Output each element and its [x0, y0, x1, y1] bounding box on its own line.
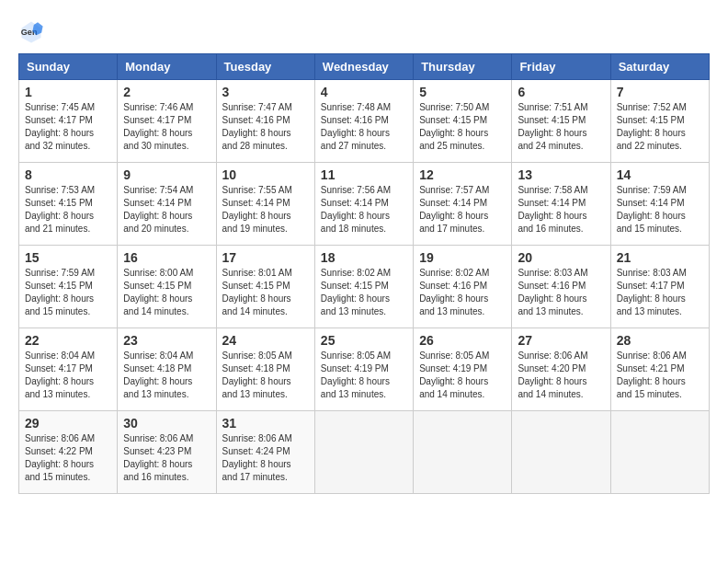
logo: Gen: [18, 18, 50, 44]
calendar-table: SundayMondayTuesdayWednesdayThursdayFrid…: [18, 53, 710, 494]
calendar-cell: 21 Sunrise: 8:03 AM Sunset: 4:17 PM Dayl…: [610, 246, 709, 328]
daylight-label: Daylight: 8 hours and 13 minutes.: [321, 293, 390, 316]
calendar-cell: [314, 411, 413, 494]
day-info: Sunrise: 7:50 AM Sunset: 4:15 PM Dayligh…: [419, 101, 506, 153]
sunset-label: Sunset: 4:21 PM: [617, 363, 685, 373]
day-number: 28: [617, 333, 703, 348]
day-number: 1: [25, 85, 111, 99]
day-number: 23: [123, 333, 210, 348]
calendar-cell: 13 Sunrise: 7:58 AM Sunset: 4:14 PM Dayl…: [512, 163, 610, 246]
daylight-label: Daylight: 8 hours and 13 minutes.: [123, 376, 192, 399]
daylight-label: Daylight: 8 hours and 13 minutes.: [222, 376, 291, 399]
col-header-saturday: Saturday: [610, 54, 709, 80]
sunset-label: Sunset: 4:17 PM: [617, 281, 685, 291]
day-info: Sunrise: 8:06 AM Sunset: 4:24 PM Dayligh…: [222, 432, 309, 484]
daylight-label: Daylight: 8 hours and 15 minutes.: [617, 211, 686, 234]
sunset-label: Sunset: 4:14 PM: [123, 198, 191, 208]
daylight-label: Daylight: 8 hours and 13 minutes.: [25, 376, 94, 399]
day-info: Sunrise: 7:53 AM Sunset: 4:15 PM Dayligh…: [25, 184, 111, 236]
calendar-cell: 1 Sunrise: 7:45 AM Sunset: 4:17 PM Dayli…: [19, 80, 118, 163]
sunset-label: Sunset: 4:22 PM: [25, 446, 93, 456]
day-info: Sunrise: 7:59 AM Sunset: 4:14 PM Dayligh…: [617, 184, 703, 236]
sunrise-label: Sunrise: 7:51 AM: [518, 102, 587, 112]
sunrise-label: Sunrise: 8:02 AM: [419, 268, 489, 278]
sunrise-label: Sunrise: 8:06 AM: [617, 350, 687, 361]
day-number: 14: [617, 167, 703, 182]
calendar-cell: 17 Sunrise: 8:01 AM Sunset: 4:15 PM Dayl…: [216, 246, 314, 328]
day-number: 20: [518, 250, 604, 265]
sunrise-label: Sunrise: 7:56 AM: [321, 185, 391, 195]
day-number: 15: [25, 250, 111, 265]
day-number: 25: [321, 333, 407, 348]
sunrise-label: Sunrise: 8:05 AM: [419, 350, 489, 361]
sunrise-label: Sunrise: 8:02 AM: [321, 268, 391, 278]
daylight-label: Daylight: 8 hours and 30 minutes.: [123, 128, 192, 151]
calendar-header-row: SundayMondayTuesdayWednesdayThursdayFrid…: [19, 54, 710, 80]
calendar-cell: 26 Sunrise: 8:05 AM Sunset: 4:19 PM Dayl…: [414, 328, 512, 411]
day-info: Sunrise: 7:57 AM Sunset: 4:14 PM Dayligh…: [419, 184, 506, 236]
daylight-label: Daylight: 8 hours and 21 minutes.: [25, 211, 94, 234]
daylight-label: Daylight: 8 hours and 24 minutes.: [518, 128, 586, 151]
daylight-label: Daylight: 8 hours and 13 minutes.: [321, 376, 390, 399]
day-info: Sunrise: 7:58 AM Sunset: 4:14 PM Dayligh…: [518, 184, 604, 236]
calendar-cell: 15 Sunrise: 7:59 AM Sunset: 4:15 PM Dayl…: [19, 246, 118, 328]
sunrise-label: Sunrise: 8:06 AM: [25, 433, 95, 443]
page-header: Gen: [18, 18, 710, 44]
daylight-label: Daylight: 8 hours and 28 minutes.: [222, 128, 291, 151]
day-number: 8: [25, 167, 111, 182]
day-info: Sunrise: 8:04 AM Sunset: 4:18 PM Dayligh…: [123, 350, 210, 401]
calendar-cell: 22 Sunrise: 8:04 AM Sunset: 4:17 PM Dayl…: [19, 328, 118, 411]
sunset-label: Sunset: 4:16 PM: [518, 281, 586, 291]
daylight-label: Daylight: 8 hours and 14 minutes.: [518, 376, 586, 399]
day-info: Sunrise: 8:06 AM Sunset: 4:20 PM Dayligh…: [518, 350, 604, 401]
day-info: Sunrise: 8:05 AM Sunset: 4:19 PM Dayligh…: [419, 350, 506, 401]
day-info: Sunrise: 7:56 AM Sunset: 4:14 PM Dayligh…: [321, 184, 407, 236]
daylight-label: Daylight: 8 hours and 13 minutes.: [419, 293, 488, 316]
daylight-label: Daylight: 8 hours and 17 minutes.: [419, 211, 488, 234]
col-header-thursday: Thursday: [414, 54, 512, 80]
sunrise-label: Sunrise: 7:45 AM: [25, 102, 95, 112]
sunrise-label: Sunrise: 7:57 AM: [419, 185, 489, 195]
day-info: Sunrise: 8:00 AM Sunset: 4:15 PM Dayligh…: [123, 267, 210, 318]
sunrise-label: Sunrise: 8:03 AM: [518, 268, 587, 278]
calendar-cell: 12 Sunrise: 7:57 AM Sunset: 4:14 PM Dayl…: [414, 163, 512, 246]
calendar-cell: 24 Sunrise: 8:05 AM Sunset: 4:18 PM Dayl…: [216, 328, 314, 411]
calendar-cell: [512, 411, 610, 494]
daylight-label: Daylight: 8 hours and 32 minutes.: [25, 128, 94, 151]
day-info: Sunrise: 8:01 AM Sunset: 4:15 PM Dayligh…: [222, 267, 309, 318]
daylight-label: Daylight: 8 hours and 15 minutes.: [25, 459, 94, 482]
calendar-cell: 10 Sunrise: 7:55 AM Sunset: 4:14 PM Dayl…: [216, 163, 314, 246]
sunset-label: Sunset: 4:14 PM: [222, 198, 290, 208]
day-info: Sunrise: 8:05 AM Sunset: 4:18 PM Dayligh…: [222, 350, 309, 401]
day-number: 3: [222, 85, 309, 99]
daylight-label: Daylight: 8 hours and 19 minutes.: [222, 211, 291, 234]
sunset-label: Sunset: 4:14 PM: [518, 198, 586, 208]
col-header-sunday: Sunday: [19, 54, 118, 80]
calendar-cell: 7 Sunrise: 7:52 AM Sunset: 4:15 PM Dayli…: [610, 80, 709, 163]
sunset-label: Sunset: 4:18 PM: [123, 363, 191, 373]
calendar-cell: 6 Sunrise: 7:51 AM Sunset: 4:15 PM Dayli…: [512, 80, 610, 163]
sunrise-label: Sunrise: 7:46 AM: [123, 102, 193, 112]
day-number: 4: [321, 85, 407, 99]
day-number: 30: [123, 416, 210, 431]
sunrise-label: Sunrise: 8:00 AM: [123, 268, 193, 278]
day-info: Sunrise: 7:52 AM Sunset: 4:15 PM Dayligh…: [617, 101, 703, 153]
sunset-label: Sunset: 4:19 PM: [321, 363, 389, 373]
sunrise-label: Sunrise: 8:05 AM: [222, 350, 292, 361]
day-info: Sunrise: 7:45 AM Sunset: 4:17 PM Dayligh…: [25, 101, 111, 153]
calendar-cell: 9 Sunrise: 7:54 AM Sunset: 4:14 PM Dayli…: [118, 163, 216, 246]
day-number: 27: [518, 333, 604, 348]
logo-icon: Gen: [18, 18, 44, 44]
sunrise-label: Sunrise: 7:59 AM: [617, 185, 687, 195]
sunset-label: Sunset: 4:15 PM: [123, 281, 191, 291]
day-number: 10: [222, 167, 309, 182]
calendar-cell: 16 Sunrise: 8:00 AM Sunset: 4:15 PM Dayl…: [118, 246, 216, 328]
sunrise-label: Sunrise: 7:58 AM: [518, 185, 587, 195]
day-info: Sunrise: 7:47 AM Sunset: 4:16 PM Dayligh…: [222, 101, 309, 153]
calendar-week-1: 1 Sunrise: 7:45 AM Sunset: 4:17 PM Dayli…: [19, 80, 710, 163]
daylight-label: Daylight: 8 hours and 14 minutes.: [123, 293, 192, 316]
sunset-label: Sunset: 4:15 PM: [25, 198, 93, 208]
day-info: Sunrise: 8:03 AM Sunset: 4:16 PM Dayligh…: [518, 267, 604, 318]
sunset-label: Sunset: 4:17 PM: [25, 115, 93, 125]
day-number: 19: [419, 250, 506, 265]
